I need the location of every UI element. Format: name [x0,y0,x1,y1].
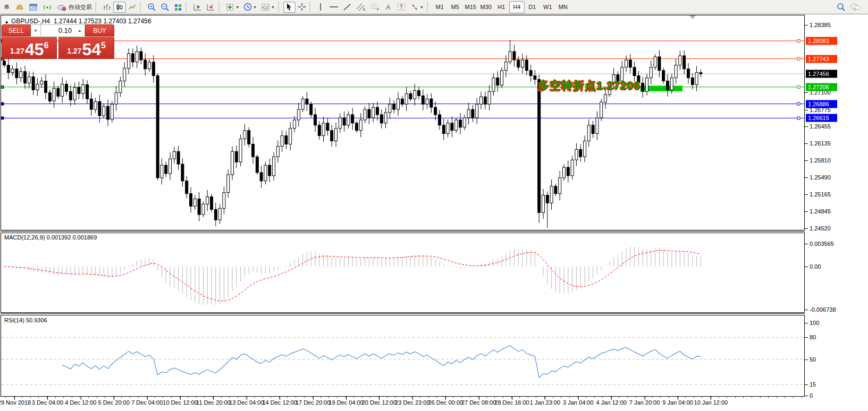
horizontal-line-tool-button[interactable] [327,2,341,13]
tile-windows-icon [174,3,182,11]
time-axis-minor-tick [395,397,395,398]
dropdown-arrow-icon[interactable]: ▼ [253,5,257,9]
volume-down-button[interactable]: ▼ [31,24,41,37]
toolbar-grip[interactable] [140,2,143,12]
price-axis-tick-label: 1.28385 [810,22,831,28]
vertical-line-tool-button[interactable] [315,2,327,13]
time-axis-minor-tick [14,397,14,398]
one-click-panel-toggle[interactable]: ▲ [4,19,9,24]
scroll-to-end-icon[interactable] [689,15,696,19]
timeframe-button-h4[interactable]: H4 [509,1,525,13]
horizontal-line-icon [329,4,339,10]
time-axis-tick [114,397,114,400]
time-axis-minor-tick [802,397,802,398]
rsi-axis-tick [805,323,808,323]
sell-price-button[interactable]: 1.27456 [2,37,57,59]
volume-input[interactable]: 0.10 [41,24,75,37]
channel-tool-button[interactable]: E [353,2,368,13]
zoom-out-button[interactable] [158,2,172,13]
time-axis-minor-tick [627,397,628,398]
line-chart-icon [128,3,137,11]
time-axis-label: 4 Dec 12:00 [65,399,96,406]
text-tool-button[interactable]: A [382,2,394,13]
time-axis-minor-tick [47,397,47,398]
bar-chart-button[interactable] [100,2,113,13]
dropdown-arrow-icon[interactable]: ▼ [420,5,424,9]
time-axis-minor-tick [180,397,180,398]
timeframe-button-m5[interactable]: M5 [448,1,463,13]
chart-window-icon [29,3,38,11]
candlestick-chart[interactable] [1,15,804,230]
time-axis-minor-tick [536,397,536,398]
time-axis-label: 20 Dec 12:00 [362,399,397,406]
toolbar-grip[interactable] [218,2,222,12]
chart-shift-button[interactable] [204,2,217,13]
time-axis-minor-tick [735,397,736,398]
toolbar-grip[interactable] [427,2,430,12]
crosshair-tool-button[interactable] [296,2,308,13]
sell-price-big-figure: 1.27 [10,47,24,55]
dropdown-arrow-icon[interactable]: ▼ [235,5,239,9]
text-tool-letter: A [386,3,391,11]
buy-price-button[interactable]: 1.27545 [58,37,114,59]
trendline-tool-button[interactable] [341,2,353,13]
autotrade-button[interactable]: 自动交易 [54,2,94,13]
auto-scroll-button[interactable] [191,2,204,13]
line-chart-button[interactable] [126,2,139,13]
time-axis-minor-tick [221,397,222,398]
time-axis-minor-tick [55,397,56,398]
chat-bubbles-icon [850,3,861,11]
timeframe-button-m15[interactable]: M15 [463,1,478,13]
cursor-tool-button[interactable] [283,2,296,13]
time-axis-minor-tick [345,397,346,398]
timeframe-button-m1[interactable]: M1 [432,1,448,13]
toolbar-grip[interactable] [186,2,189,12]
timeframe-button-mn[interactable]: MN [555,1,571,13]
time-axis-tick [545,397,545,400]
timeframe-button-h1[interactable]: H1 [494,1,509,13]
arrows-tool-button[interactable]: ▼ [408,2,426,13]
buy-button[interactable]: BUY [85,24,114,37]
time-axis-minor-tick [246,397,246,398]
toolbar-grip[interactable] [309,2,313,12]
fibonacci-icon: F [370,3,380,11]
dropdown-arrow-icon[interactable]: ▼ [271,5,275,9]
search-button[interactable] [835,2,848,13]
label-tool-letter: T [400,4,403,10]
time-axis-minor-tick [5,397,6,398]
timeframe-button-m30[interactable]: M30 [478,1,494,13]
new-chart-button[interactable]: ▼ [224,2,241,13]
periods-button[interactable]: ▼ [241,2,259,13]
indicators-button[interactable]: ▼ [259,2,277,13]
zoom-in-button[interactable] [145,2,158,13]
equidistant-channel-icon: E [356,3,366,11]
pivot-annotation-text[interactable]: 多空转折点1.27206 [538,78,641,93]
gold-symbol-icon[interactable] [13,2,27,13]
volume-up-button[interactable]: ▲ [75,24,85,37]
toolbar-grip[interactable] [95,2,98,12]
one-click-trading-panel: SELL ▼ 0.10 ▲ BUY 1.27456 1.27545 [2,24,114,59]
time-axis-minor-tick [378,397,379,398]
tile-windows-button[interactable] [172,2,184,13]
time-axis-tick [47,397,48,400]
time-axis-minor-tick [38,397,39,398]
candlestick-chart-button[interactable] [113,2,126,13]
market-window-button[interactable] [27,2,40,13]
time-axis-minor-tick [80,397,80,398]
panel-separator[interactable] [1,313,805,314]
time-axis-label: 9 Jan 04:00 [662,399,693,406]
chat-button[interactable] [848,2,863,13]
time-axis-label: 13 Dec 04:00 [229,399,264,406]
fibonacci-tool-button[interactable]: F [368,2,382,13]
toolbar-grip[interactable] [278,2,281,12]
indicators-icon [261,3,270,11]
time-axis-minor-tick [669,397,669,398]
new-order-button[interactable]: 单 [1,2,13,13]
label-tool-button[interactable]: T [394,2,408,13]
timeframe-button-d1[interactable]: D1 [525,1,540,13]
signal-button[interactable] [40,2,54,13]
price-axis-tick-label: 1.26455 [810,123,831,130]
panel-separator[interactable] [1,231,805,232]
timeframe-button-w1[interactable]: W1 [540,1,555,13]
sell-button[interactable]: SELL [2,24,31,37]
